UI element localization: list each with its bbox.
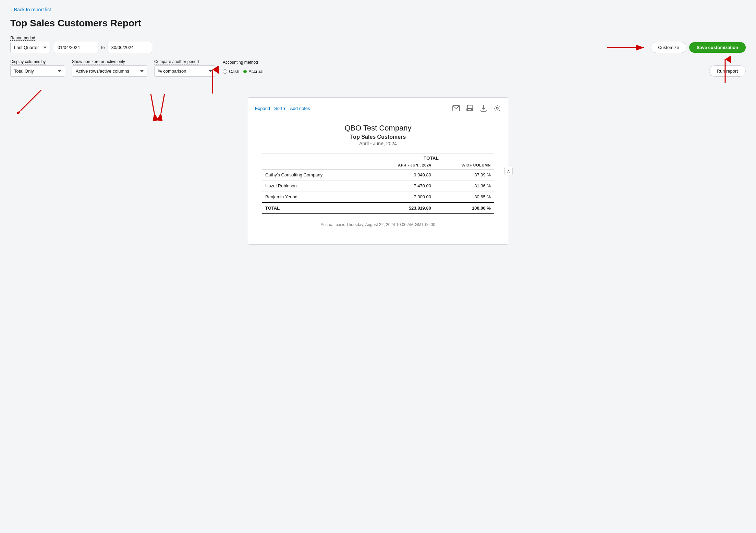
show-nonzero-select[interactable]: Active rows/active columns Active rows A…	[72, 65, 147, 77]
display-columns-group: Display columns by Total Only Month Quar…	[10, 59, 65, 77]
cash-radio[interactable]	[223, 69, 227, 74]
date-to-input[interactable]	[108, 42, 152, 53]
report-period-group: Report period Last Quarter This Quarter …	[10, 36, 50, 53]
row-name: Benjamin Yeung	[262, 191, 368, 203]
show-nonzero-label: Show non-zero or active only	[72, 59, 147, 64]
compare-period-label: Compare another period	[154, 59, 216, 64]
svg-point-15	[472, 109, 472, 110]
save-customization-button[interactable]: Save customization	[689, 42, 746, 53]
sort-label: Sort	[274, 106, 282, 111]
expand-link[interactable]: Expand	[255, 106, 270, 111]
cash-radio-label[interactable]: Cash	[223, 69, 239, 74]
back-to-report-list-link[interactable]: ‹ Back to report list	[10, 7, 746, 12]
date-from-input[interactable]	[54, 42, 98, 53]
accounting-method-group: Accounting method Cash Accrual	[223, 60, 264, 77]
report-period-select[interactable]: Last Quarter This Quarter This Month Las…	[10, 42, 50, 53]
back-link-label: Back to report list	[14, 7, 51, 12]
email-icon[interactable]	[452, 105, 460, 111]
col-total-header: TOTAL	[368, 153, 494, 161]
col-name-header	[262, 153, 368, 161]
run-report-button[interactable]: Run report	[709, 65, 746, 77]
row-value: 7,470.00	[368, 181, 434, 191]
add-notes-link[interactable]: Add notes	[290, 106, 310, 111]
total-value: $23,819.80	[368, 202, 434, 214]
cash-label: Cash	[229, 69, 239, 74]
svg-line-11	[161, 94, 164, 113]
accounting-method-radios: Cash Accrual	[223, 66, 264, 77]
row-name: Cathy's Consulting Company	[262, 170, 368, 181]
report-content: QBO Test Company Top Sales Customers Apr…	[248, 117, 508, 234]
arrow-expand-sort	[144, 94, 171, 121]
svg-line-10	[151, 94, 154, 113]
row-percent: 37.99 %	[435, 170, 494, 181]
chevron-left-icon: ‹	[10, 7, 12, 12]
row-name: Hazel Robinson	[262, 181, 368, 191]
accrual-dot	[243, 70, 247, 73]
col-percent-subheader: % OF COLUMN	[435, 161, 494, 170]
compare-period-select[interactable]: % comparison Previous period Previous ye…	[154, 65, 216, 77]
report-table: TOTAL APR - JUN., 2024 % OF COLUMN Cathy…	[262, 153, 494, 214]
show-nonzero-group: Show non-zero or active only Active rows…	[72, 59, 147, 77]
report-panel: ∧ Expand Sort ▾ Add notes	[248, 97, 508, 245]
table-row: Benjamin Yeung 7,300.00 30.65 %	[262, 191, 494, 203]
sort-button[interactable]: Sort ▾	[274, 106, 286, 111]
report-title-text: Top Sales Customers	[262, 134, 494, 140]
row-percent: 30.65 %	[435, 191, 494, 203]
company-name: QBO Test Company	[262, 124, 494, 133]
report-subtitle-text: April - June, 2024	[262, 141, 494, 146]
compare-period-group: Compare another period % comparison Prev…	[154, 59, 216, 77]
export-icon[interactable]	[480, 104, 487, 112]
settings-icon[interactable]	[493, 104, 501, 112]
col-name-subheader	[262, 161, 368, 170]
arrow-pointing-customize	[607, 42, 648, 53]
total-percent: 100.00 %	[435, 202, 494, 214]
toolbar-icons	[452, 104, 501, 112]
row-value: 7,300.00	[368, 191, 434, 203]
customize-button[interactable]: Customize	[651, 42, 686, 53]
accounting-method-label: Accounting method	[223, 60, 264, 65]
col-date-subheader: APR - JUN., 2024	[368, 161, 434, 170]
print-icon[interactable]	[466, 105, 474, 112]
report-period-label: Report period	[10, 36, 50, 40]
page-title: Top Sales Customers Report	[10, 18, 746, 29]
row-value: 9,049.80	[368, 170, 434, 181]
total-row: TOTAL $23,819.80 100.00 %	[262, 202, 494, 214]
row-percent: 31.36 %	[435, 181, 494, 191]
table-row: Cathy's Consulting Company 9,049.80 37.9…	[262, 170, 494, 181]
report-toolbar: Expand Sort ▾ Add notes	[248, 104, 508, 117]
to-label: to	[101, 45, 105, 50]
svg-point-16	[496, 107, 498, 109]
controls-area: Report period Last Quarter This Quarter …	[10, 36, 746, 77]
display-columns-select[interactable]: Total Only Month Quarter Year	[10, 65, 65, 77]
table-row: Hazel Robinson 7,470.00 31.36 %	[262, 181, 494, 191]
date-range-group: to	[54, 42, 152, 53]
display-columns-label: Display columns by	[10, 59, 65, 64]
collapse-panel-button[interactable]: ∧	[504, 167, 513, 175]
sort-chevron-icon: ▾	[283, 106, 286, 111]
accrual-label: Accrual	[248, 69, 263, 74]
svg-rect-13	[467, 105, 472, 108]
report-footer: Accrual basis Thursday, August 22, 2024 …	[262, 222, 494, 227]
total-name: TOTAL	[262, 202, 368, 214]
accrual-radio-label[interactable]: Accrual	[243, 69, 263, 74]
bottom-controls-row: Display columns by Total Only Month Quar…	[10, 59, 746, 77]
